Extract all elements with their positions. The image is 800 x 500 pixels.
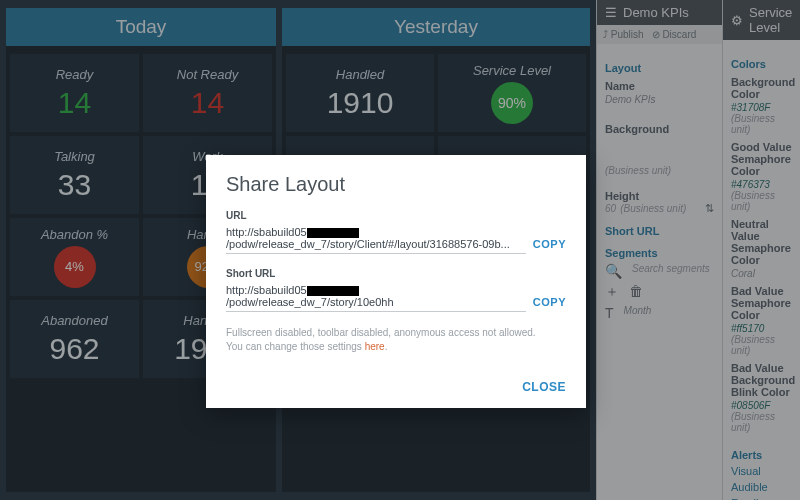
close-button[interactable]: CLOSE: [522, 380, 566, 394]
url-label: URL: [226, 210, 566, 221]
modal-title: Share Layout: [226, 173, 566, 196]
copy-short-url-button[interactable]: COPY: [533, 296, 566, 308]
url-input[interactable]: http://sbabuild05/podw/release_dw_7/stor…: [226, 223, 526, 254]
url-field: URL http://sbabuild05/podw/release_dw_7/…: [226, 210, 566, 254]
short-url-label: Short URL: [226, 268, 566, 279]
copy-url-button[interactable]: COPY: [533, 238, 566, 250]
short-url-field: Short URL http://sbabuild05/podw/release…: [226, 268, 566, 312]
modal-actions: CLOSE: [226, 380, 566, 394]
settings-link[interactable]: here: [365, 341, 385, 352]
redacted-segment: [307, 286, 359, 296]
share-layout-modal: Share Layout URL http://sbabuild05/podw/…: [206, 155, 586, 408]
modal-hint: Fullscreen disabled, toolbar disabled, a…: [226, 326, 566, 354]
short-url-input[interactable]: http://sbabuild05/podw/release_dw_7/stor…: [226, 281, 526, 312]
redacted-segment: [307, 228, 359, 238]
